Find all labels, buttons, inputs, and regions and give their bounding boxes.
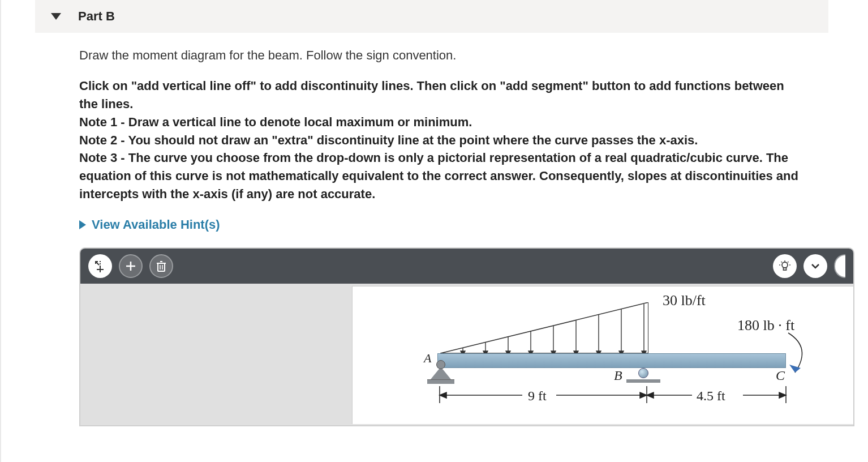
plus-icon [124,260,137,272]
drawing-canvas[interactable]: A B C [80,284,853,425]
beam-body [437,353,786,368]
svg-line-17 [788,262,789,263]
part-title: Part B [78,9,115,24]
svg-marker-26 [528,351,533,353]
point-label-b: B [614,368,622,383]
svg-marker-28 [551,351,556,353]
svg-marker-45 [640,392,647,398]
left-scrollbar-track [0,0,7,462]
trash-icon [156,260,167,272]
svg-rect-12 [784,268,787,270]
lightbulb-icon [779,260,791,272]
instruction-block: Draw the moment diagram for the beam. Fo… [35,46,828,234]
roller-support-b [630,368,657,383]
svg-marker-20 [461,351,465,353]
load-peak-label: 30 lb/ft [663,292,706,309]
pin-support-a [427,367,454,385]
svg-marker-18 [440,302,648,353]
couple-moment-arrow [783,331,813,376]
caret-right-icon [79,220,86,229]
svg-marker-34 [619,351,624,353]
prompt-text: Draw the moment diagram for the beam. Fo… [79,46,806,65]
bold-instructions: Click on "add vertical line off" to add … [79,77,806,203]
svg-marker-43 [440,392,446,398]
zoom-dropdown-button[interactable] [803,254,827,278]
instruction-note1: Note 1 - Draw a vertical line to denote … [79,113,806,131]
beam-figure-panel: A B C [352,286,853,424]
instruction-note3: Note 3 - The curve you choose from the d… [79,149,806,203]
svg-marker-32 [596,351,601,353]
instruction-lead: Click on "add vertical line off" to add … [79,77,806,113]
svg-rect-6 [158,263,165,271]
drawing-workspace: A B C [79,247,854,426]
hints-toggle[interactable]: View Available Hint(s) [79,216,806,234]
svg-marker-24 [506,351,510,353]
svg-marker-47 [647,392,654,398]
instruction-note2: Note 2 - You should not draw an "extra" … [79,131,806,149]
svg-marker-22 [483,351,488,353]
add-segment-button[interactable] [119,254,143,278]
delete-button[interactable] [149,254,173,278]
dimension-ab: 9 ft [528,388,547,404]
roller-ball-icon [638,368,648,378]
svg-marker-30 [574,351,578,353]
add-vertical-line-button[interactable] [88,254,112,278]
vertical-line-icon [93,259,107,273]
point-label-a: A [424,351,431,366]
content-container: Part B Draw the moment diagram for the b… [1,0,868,426]
chevron-down-icon [810,261,820,271]
drawing-toolbar [80,249,853,284]
hint-lightbulb-button[interactable] [773,254,797,278]
svg-marker-36 [642,351,646,353]
dimension-bc: 4.5 ft [697,388,725,404]
svg-point-11 [782,262,788,268]
hints-label: View Available Hint(s) [92,216,220,234]
svg-line-16 [781,262,783,263]
part-header[interactable]: Part B [35,0,828,33]
svg-marker-49 [779,392,786,398]
reset-button-partial[interactable] [834,254,845,278]
caret-down-icon [51,13,61,20]
pin-hinge-icon [436,360,445,369]
triangular-load [440,302,648,353]
